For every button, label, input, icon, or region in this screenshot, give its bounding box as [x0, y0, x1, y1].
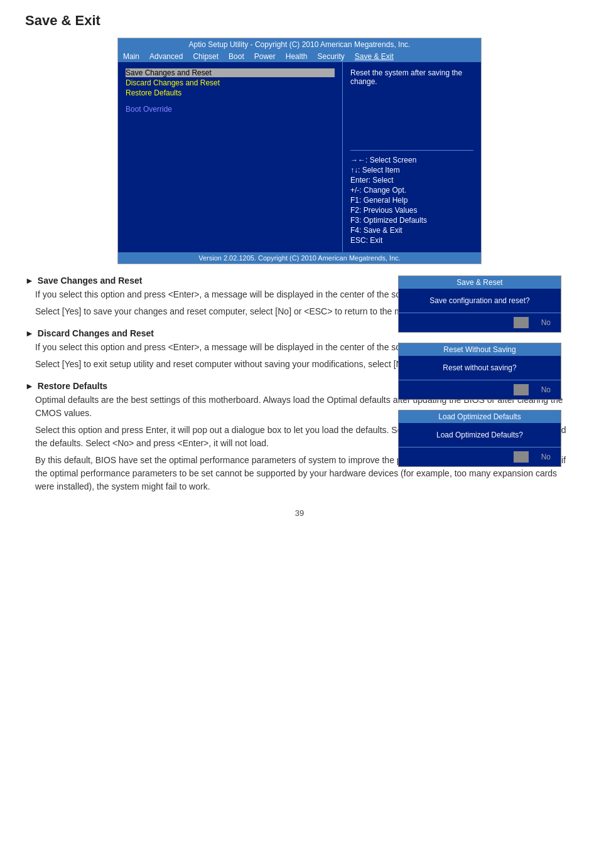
reset-without-saving-yes-button[interactable] [514, 384, 529, 395]
menu-security[interactable]: Security [317, 52, 344, 61]
bios-key-help: →←: Select Screen ↑↓: Select Item Enter:… [350, 150, 473, 245]
save-reset-dialog-title: Save & Reset [399, 276, 561, 289]
save-reset-dialog-body: Save configuration and reset? [399, 289, 561, 313]
save-changes-title: Save Changes and Reset [38, 276, 143, 286]
reset-without-saving-dialog-footer: No [399, 380, 561, 399]
key-esc-exit: ESC: Exit [350, 236, 473, 245]
restore-defaults-arrow: ► [25, 381, 34, 391]
key-select-screen: →←: Select Screen [350, 156, 473, 164]
bios-item-boot-override[interactable]: Boot Override [126, 105, 335, 114]
load-optimized-defaults-yes-button[interactable] [514, 451, 529, 463]
menu-chipset[interactable]: Chipset [193, 52, 219, 61]
reset-without-saving-dialog-title: Reset Without Saving [399, 343, 561, 356]
reset-without-saving-no-button[interactable]: No [541, 385, 551, 394]
bios-left-panel: Save Changes and Reset Discard Changes a… [118, 62, 343, 252]
restore-defaults-title: Restore Defaults [38, 381, 107, 391]
page-number: 39 [25, 508, 574, 518]
menu-save-exit[interactable]: Save & Exit [355, 52, 394, 61]
discard-changes-title: Discard Changes and Reset [38, 328, 154, 338]
key-enter-select: Enter: Select [350, 176, 473, 185]
menu-main[interactable]: Main [123, 52, 139, 61]
save-reset-dialog: Save & Reset Save configuration and rese… [398, 276, 561, 333]
load-optimized-defaults-dialog-body: Load Optimized Defaults? [399, 423, 561, 447]
key-save-exit: F4: Save & Exit [350, 226, 473, 235]
reset-without-saving-dialog-body: Reset without saving? [399, 356, 561, 380]
bios-ui-box: Aptio Setup Utility - Copyright (C) 2010… [117, 38, 482, 264]
bios-header: Aptio Setup Utility - Copyright (C) 2010… [118, 38, 481, 51]
save-reset-no-button[interactable]: No [541, 318, 551, 327]
menu-advanced[interactable]: Advanced [149, 52, 183, 61]
load-optimized-defaults-dialog-footer: No [399, 447, 561, 466]
menu-boot[interactable]: Boot [229, 52, 244, 61]
reset-without-saving-dialog: Reset Without Saving Reset without savin… [398, 343, 561, 400]
save-reset-yes-button[interactable] [514, 317, 529, 328]
dialogs-column: Save & Reset Save configuration and rese… [398, 276, 574, 467]
bios-footer: Version 2.02.1205. Copyright (C) 2010 Am… [118, 252, 481, 264]
key-change-opt: +/-: Change Opt. [350, 186, 473, 195]
menu-health[interactable]: Health [286, 52, 308, 61]
discard-changes-arrow: ► [25, 328, 34, 338]
bios-content: Save Changes and Reset Discard Changes a… [118, 62, 481, 252]
key-optimized-defaults: F3: Optimized Defaults [350, 216, 473, 225]
page-title: Save & Exit [25, 13, 574, 29]
bios-item-discard-changes[interactable]: Discard Changes and Reset [126, 78, 335, 87]
load-optimized-defaults-dialog: Load Optimized Defaults Load Optimized D… [398, 410, 561, 467]
bios-right-panel: Reset the system after saving the change… [343, 62, 481, 252]
load-optimized-defaults-no-button[interactable]: No [541, 453, 551, 461]
load-optimized-defaults-dialog-title: Load Optimized Defaults [399, 410, 561, 423]
key-general-help: F1: General Help [350, 196, 473, 205]
menu-power[interactable]: Power [254, 52, 276, 61]
key-select-item: ↑↓: Select Item [350, 166, 473, 174]
save-changes-arrow: ► [25, 276, 34, 286]
key-previous-values: F2: Previous Values [350, 206, 473, 215]
bios-right-description: Reset the system after saving the change… [350, 68, 473, 144]
main-content: Save & Reset Save configuration and rese… [25, 276, 574, 493]
bios-item-save-changes[interactable]: Save Changes and Reset [126, 68, 335, 77]
save-reset-dialog-footer: No [399, 313, 561, 332]
bios-menubar[interactable]: Main Advanced Chipset Boot Power Health … [118, 51, 481, 62]
bios-item-restore-defaults[interactable]: Restore Defaults [126, 88, 335, 97]
